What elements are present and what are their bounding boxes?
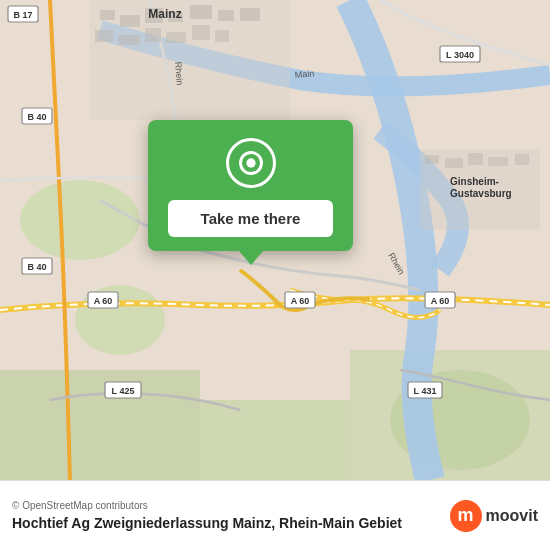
svg-rect-26 bbox=[515, 154, 529, 165]
moovit-m-icon: m bbox=[450, 500, 482, 532]
svg-text:B 40: B 40 bbox=[27, 112, 46, 122]
svg-text:B 40: B 40 bbox=[27, 262, 46, 272]
svg-text:Ginsheim-: Ginsheim- bbox=[450, 176, 499, 187]
location-title: Hochtief Ag Zweigniederlassung Mainz, Rh… bbox=[12, 515, 450, 531]
svg-rect-25 bbox=[488, 157, 508, 166]
bottom-bar: © OpenStreetMap contributors Hochtief Ag… bbox=[0, 480, 550, 550]
copyright-text: © OpenStreetMap contributors bbox=[12, 500, 450, 511]
svg-rect-15 bbox=[95, 30, 113, 42]
svg-rect-18 bbox=[166, 32, 186, 43]
svg-rect-24 bbox=[468, 153, 483, 165]
svg-rect-3 bbox=[0, 370, 200, 480]
svg-rect-4 bbox=[200, 400, 350, 480]
svg-text:Main: Main bbox=[294, 68, 314, 80]
svg-rect-6 bbox=[350, 350, 550, 480]
svg-point-53 bbox=[246, 158, 255, 167]
map-container: Mainz Ginsheim- Gustavsburg Main Main Rh… bbox=[0, 0, 550, 480]
svg-rect-14 bbox=[240, 8, 260, 21]
svg-text:A 60: A 60 bbox=[291, 296, 310, 306]
pin-icon bbox=[226, 138, 276, 188]
svg-text:L 3040: L 3040 bbox=[446, 50, 474, 60]
svg-rect-17 bbox=[145, 28, 161, 42]
bottom-text-area: © OpenStreetMap contributors Hochtief Ag… bbox=[12, 500, 450, 531]
svg-text:L 431: L 431 bbox=[414, 386, 437, 396]
svg-rect-22 bbox=[425, 155, 439, 164]
svg-point-1 bbox=[20, 180, 140, 260]
svg-text:A 60: A 60 bbox=[431, 296, 450, 306]
svg-rect-16 bbox=[118, 35, 140, 45]
take-me-there-button[interactable]: Take me there bbox=[168, 200, 333, 237]
svg-text:Rhein: Rhein bbox=[173, 61, 185, 85]
svg-rect-9 bbox=[120, 15, 140, 27]
svg-text:L 425: L 425 bbox=[112, 386, 135, 396]
svg-rect-23 bbox=[445, 158, 463, 168]
svg-text:B 17: B 17 bbox=[13, 10, 32, 20]
svg-rect-20 bbox=[215, 30, 229, 42]
svg-rect-12 bbox=[190, 5, 212, 19]
moovit-wordmark: moovit bbox=[486, 507, 538, 525]
svg-text:Mainz: Mainz bbox=[148, 7, 181, 21]
svg-rect-13 bbox=[218, 10, 234, 21]
svg-text:Gustavsburg: Gustavsburg bbox=[450, 188, 512, 199]
svg-rect-8 bbox=[100, 10, 115, 20]
svg-rect-19 bbox=[192, 25, 210, 40]
moovit-logo: m moovit bbox=[450, 500, 538, 532]
svg-text:A 60: A 60 bbox=[94, 296, 113, 306]
popup-card: Take me there bbox=[148, 120, 353, 251]
